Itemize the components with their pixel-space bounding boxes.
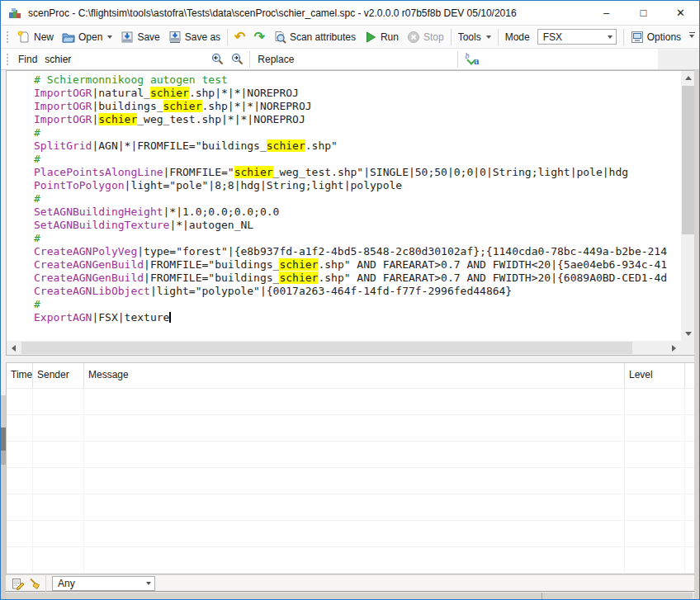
log-row bbox=[7, 442, 695, 468]
code-text: |light="polypole"|{0017a263-464f-14fd-f7… bbox=[150, 285, 512, 297]
vertical-scrollbar-thumb[interactable] bbox=[682, 86, 694, 234]
chevron-down-icon bbox=[689, 35, 694, 38]
code-line: PlacePointsAlongLine|FROMFILE="schier_we… bbox=[34, 166, 681, 179]
log-cell bbox=[84, 442, 625, 467]
code-text: .shp|*|*|NOREPROJ bbox=[202, 100, 312, 112]
save-icon bbox=[121, 31, 134, 44]
code-editor[interactable]: # Schiermonnikoog autogen testImportOGR|… bbox=[6, 70, 696, 356]
save-as-button[interactable]: Save as bbox=[164, 29, 225, 45]
code-text: # bbox=[34, 192, 40, 205]
code-line: CreateAGNLibObject|light="polypole"|{001… bbox=[34, 285, 681, 298]
tools-button[interactable]: Tools bbox=[454, 30, 495, 45]
close-button[interactable]: ✕ bbox=[662, 1, 699, 25]
maximize-button[interactable]: □ bbox=[625, 1, 662, 25]
clear-log-button[interactable] bbox=[26, 574, 43, 593]
code-line: CreateAGNGenBuild|FROMFILE="buildings_sc… bbox=[34, 272, 681, 285]
scroll-down-button[interactable] bbox=[681, 327, 695, 341]
minimize-button[interactable]: – bbox=[588, 1, 625, 25]
toolbar-overflow-button[interactable] bbox=[688, 32, 696, 42]
code-text: |type="forest"|{e8b937fd-a1f2-4bd5-8548-… bbox=[137, 245, 667, 257]
code-text: |natural_ bbox=[92, 87, 149, 99]
window-controls: – □ ✕ bbox=[588, 1, 699, 25]
log-column-header-message[interactable]: Message bbox=[84, 363, 625, 388]
options-icon bbox=[631, 31, 644, 44]
app-icon bbox=[8, 7, 21, 20]
save-button[interactable]: Save bbox=[116, 29, 163, 45]
log-cell bbox=[625, 468, 685, 494]
log-column-header-level[interactable]: Level bbox=[625, 363, 685, 388]
log-cell bbox=[84, 521, 625, 546]
log-column-header-sender[interactable]: Sender bbox=[33, 363, 84, 388]
level-filter-select[interactable]: Any bbox=[52, 576, 155, 591]
editor-vertical-scrollbar[interactable] bbox=[681, 71, 695, 341]
code-text: .shp|*|*|NOREPROJ bbox=[189, 87, 299, 99]
chevron-down-icon[interactable] bbox=[107, 35, 112, 39]
code-lines[interactable]: # Schiermonnikoog autogen testImportOGR|… bbox=[7, 71, 681, 341]
options-button[interactable]: Options bbox=[627, 29, 685, 45]
scroll-right-button[interactable] bbox=[667, 341, 681, 355]
open-button[interactable]: Open bbox=[58, 29, 116, 45]
findbar-grip[interactable] bbox=[6, 53, 9, 66]
code-text: CreateAGNPolyVeg bbox=[34, 245, 137, 257]
log-cell bbox=[33, 468, 84, 494]
window-titlebar: scenProc - C:\flightsim\tools\astofra\Te… bbox=[1, 1, 699, 26]
scan-attributes-button[interactable]: Scan attributes bbox=[269, 29, 360, 45]
open-folder-icon bbox=[62, 31, 75, 44]
code-line: ImportOGR|schier_weg_test.shp|*|*|NOREPR… bbox=[34, 113, 681, 126]
log-cell bbox=[33, 415, 84, 441]
code-text: ImportOGR bbox=[34, 100, 92, 112]
search-highlight: schier bbox=[279, 258, 318, 271]
scroll-up-button[interactable] bbox=[681, 71, 695, 85]
code-text: CreateAGNGenBuild bbox=[34, 272, 144, 284]
log-cell bbox=[84, 389, 625, 414]
editor-horizontal-scrollbar[interactable] bbox=[7, 341, 681, 355]
log-row bbox=[7, 415, 695, 442]
stop-button: Stop bbox=[403, 29, 448, 45]
overflow-bar-icon bbox=[689, 32, 695, 33]
code-line: CreateAGNPolyVeg|type="forest"|{e8b937fd… bbox=[34, 245, 681, 258]
chevron-down-icon bbox=[146, 582, 151, 585]
log-panel: TimeSenderMessageLevel bbox=[6, 362, 696, 574]
undo-button[interactable]: ↶ bbox=[230, 30, 249, 45]
log-cell bbox=[625, 494, 685, 520]
mode-select[interactable]: FSX bbox=[537, 29, 617, 45]
findbar-cap bbox=[658, 49, 699, 69]
run-button[interactable]: Run bbox=[360, 29, 403, 45]
find-input[interactable] bbox=[43, 50, 207, 69]
horizontal-scrollbar-thumb[interactable] bbox=[21, 342, 632, 354]
run-label: Run bbox=[381, 31, 399, 43]
scan-attributes-label: Scan attributes bbox=[290, 31, 356, 43]
redo-button[interactable]: ↷ bbox=[250, 30, 269, 45]
match-case-button[interactable]: b a bbox=[461, 50, 482, 69]
undo-icon: ↶ bbox=[234, 31, 245, 43]
edit-log-button[interactable] bbox=[10, 574, 26, 593]
scroll-left-button[interactable] bbox=[7, 341, 21, 355]
log-cell bbox=[7, 389, 33, 414]
search-highlight: schier bbox=[234, 166, 273, 178]
chevron-down-icon bbox=[608, 35, 612, 39]
new-label: New bbox=[34, 31, 54, 43]
new-button[interactable]: New bbox=[13, 29, 58, 45]
log-row bbox=[7, 547, 695, 574]
toolbar-separator bbox=[227, 29, 228, 45]
code-line: CreateAGNGenBuild|FROMFILE="buildings_sc… bbox=[34, 258, 681, 272]
code-text: PlacePointsAlongLine bbox=[34, 166, 163, 178]
log-column-header-time[interactable]: Time bbox=[7, 363, 33, 388]
replace-button[interactable]: Replace bbox=[253, 52, 299, 67]
toolbar-grip[interactable] bbox=[6, 31, 9, 44]
find-next-button[interactable] bbox=[227, 50, 247, 69]
options-label: Options bbox=[647, 31, 681, 43]
log-cell bbox=[33, 494, 84, 520]
code-text: SetAGNBuildingTexture bbox=[34, 219, 169, 231]
desktop-edge-bottom bbox=[1, 593, 700, 600]
open-label: Open bbox=[78, 31, 102, 43]
log-cell bbox=[84, 547, 625, 573]
log-cell bbox=[84, 468, 625, 494]
log-cell bbox=[84, 415, 625, 441]
code-text: # bbox=[34, 153, 40, 165]
save-as-label: Save as bbox=[185, 31, 220, 43]
find-previous-button[interactable] bbox=[207, 50, 227, 69]
code-line: SplitGrid|AGN|*|FROMFILE="buildings_schi… bbox=[34, 139, 681, 153]
save-as-icon bbox=[168, 31, 182, 44]
log-cell bbox=[625, 415, 685, 441]
